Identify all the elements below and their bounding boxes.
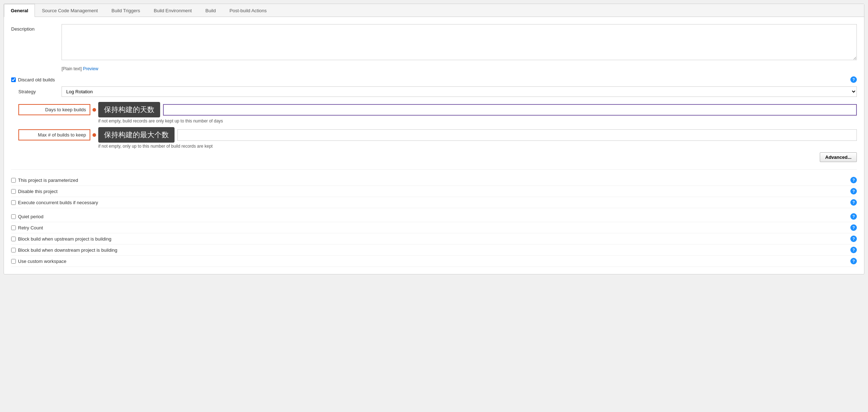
option-retry-row: Retry Count ?: [11, 222, 857, 233]
option-parameterized-help[interactable]: ?: [850, 177, 857, 183]
description-row: Description: [11, 24, 857, 61]
option-block-upstream-checkbox[interactable]: [11, 237, 16, 241]
option-concurrent-label: Execute concurrent builds if necessary: [18, 200, 850, 205]
discard-builds-label: Discard old builds: [18, 77, 55, 82]
option-block-downstream-label: Block build when downstream project is b…: [18, 247, 850, 253]
option-retry-help[interactable]: ?: [850, 224, 857, 231]
days-to-keep-label: Days to keep builds: [18, 104, 90, 115]
days-to-keep-hint: if not empty, build records are only kep…: [98, 118, 857, 124]
strategy-select[interactable]: Log Rotation: [62, 86, 857, 97]
max-builds-hint: if not empty, only up to this number of …: [98, 144, 857, 149]
days-to-keep-dot: [92, 108, 96, 112]
tab-postbuild[interactable]: Post-build Actions: [223, 4, 273, 17]
option-disable-help[interactable]: ?: [850, 188, 857, 194]
option-block-upstream-label: Block build when upstream project is bui…: [18, 236, 850, 242]
option-custom-workspace-row: Use custom workspace ?: [11, 256, 857, 267]
option-custom-workspace-help[interactable]: ?: [850, 258, 857, 264]
option-quiet-help[interactable]: ?: [850, 213, 857, 220]
tab-triggers[interactable]: Build Triggers: [105, 4, 147, 17]
option-disable-label: Disable this project: [18, 189, 850, 194]
max-builds-input[interactable]: [177, 129, 857, 141]
description-textarea[interactable]: [62, 24, 857, 60]
config-panel: General Source Code Management Build Tri…: [4, 4, 864, 274]
days-to-keep-tooltip: 保持构建的天数: [98, 102, 160, 117]
discard-builds-row: Discard old builds ?: [11, 76, 857, 83]
max-builds-dot: [92, 133, 96, 137]
discard-builds-checkbox[interactable]: [11, 77, 16, 82]
days-to-keep-row: Days to keep builds 保持构建的天数: [18, 102, 857, 117]
option-parameterized-label: This project is parameterized: [18, 178, 850, 183]
option-quiet-row: Quiet period ?: [11, 211, 857, 222]
max-builds-label: Max # of builds to keep: [18, 129, 90, 140]
max-builds-tooltip: 保持构建的最大个数: [98, 127, 175, 143]
discard-builds-help-icon[interactable]: ?: [850, 76, 857, 83]
option-quiet-label: Quiet period: [18, 214, 850, 219]
option-custom-workspace-label: Use custom workspace: [18, 259, 850, 264]
option-block-downstream-help[interactable]: ?: [850, 247, 857, 253]
tab-build[interactable]: Build: [199, 4, 223, 17]
strategy-label: Strategy: [18, 89, 62, 94]
description-wrap: [62, 24, 857, 61]
days-to-keep-block: Days to keep builds 保持构建的天数 if not empty…: [18, 102, 857, 124]
option-block-upstream-help[interactable]: ?: [850, 236, 857, 242]
option-disable-checkbox[interactable]: [11, 189, 16, 194]
option-parameterized-row: This project is parameterized ?: [11, 175, 857, 186]
option-block-upstream-row: Block build when upstream project is bui…: [11, 233, 857, 245]
description-label: Description: [11, 24, 62, 32]
options-section: This project is parameterized ? Disable …: [11, 169, 857, 267]
option-retry-checkbox[interactable]: [11, 225, 16, 230]
tab-bar: General Source Code Management Build Tri…: [4, 4, 864, 17]
days-to-keep-input[interactable]: [163, 104, 857, 116]
plain-text-row: [Plain text] Preview: [62, 66, 857, 71]
option-custom-workspace-checkbox[interactable]: [11, 259, 16, 264]
tab-environment[interactable]: Build Environment: [147, 4, 199, 17]
advanced-btn-row: Advanced...: [11, 152, 857, 162]
max-builds-block: Max # of builds to keep 保持构建的最大个数 if not…: [18, 127, 857, 149]
option-parameterized-checkbox[interactable]: [11, 178, 16, 183]
tab-scm[interactable]: Source Code Management: [35, 4, 104, 17]
build-fields: Days to keep builds 保持构建的天数 if not empty…: [18, 102, 857, 149]
max-builds-row: Max # of builds to keep 保持构建的最大个数: [18, 127, 857, 143]
option-retry-label: Retry Count: [18, 225, 850, 230]
tab-general[interactable]: General: [4, 4, 35, 17]
advanced-button[interactable]: Advanced...: [820, 152, 857, 162]
option-concurrent-row: Execute concurrent builds if necessary ?: [11, 197, 857, 208]
option-block-downstream-row: Block build when downstream project is b…: [11, 245, 857, 256]
option-concurrent-checkbox[interactable]: [11, 200, 16, 205]
strategy-row: Strategy Log Rotation: [18, 86, 857, 97]
preview-link[interactable]: Preview: [83, 66, 98, 71]
tab-content: Description [Plain text] Preview Discard…: [4, 17, 864, 274]
option-disable-row: Disable this project ?: [11, 186, 857, 197]
option-quiet-checkbox[interactable]: [11, 214, 16, 219]
option-block-downstream-checkbox[interactable]: [11, 248, 16, 252]
plain-text-label: [Plain text]: [62, 66, 82, 71]
option-concurrent-help[interactable]: ?: [850, 199, 857, 206]
